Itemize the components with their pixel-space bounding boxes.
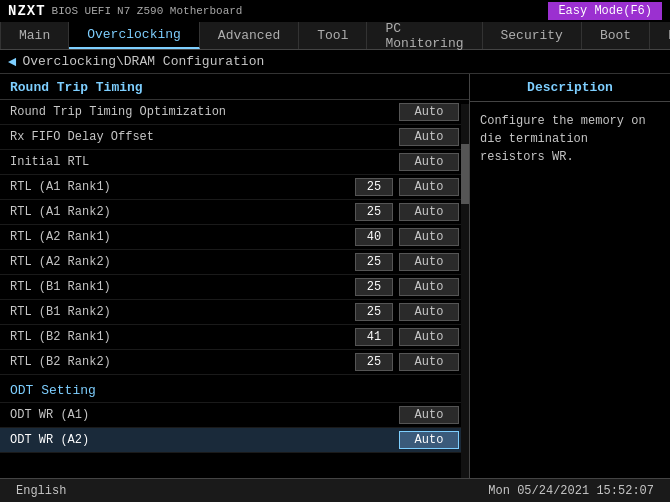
logo-area: NZXT BIOS UEFI N7 Z590 Motherboard [8,3,242,19]
setting-label: Initial RTL [10,155,399,169]
setting-row[interactable]: RTL (A1 Rank2)25Auto [0,200,469,225]
scroll-indicator [461,104,469,478]
setting-value-auto[interactable]: Auto [399,178,459,196]
setting-value-auto[interactable]: Auto [399,328,459,346]
setting-value-auto[interactable]: Auto [399,228,459,246]
setting-row[interactable]: RTL (A2 Rank1)40Auto [0,225,469,250]
scroll-thumb[interactable] [461,144,469,204]
odt-setting-row[interactable]: ODT WR (A1)Auto [0,403,469,428]
setting-row[interactable]: RTL (A1 Rank1)25Auto [0,175,469,200]
setting-label: RTL (A2 Rank2) [10,255,355,269]
setting-value-box[interactable]: 25 [355,178,393,196]
odt-setting-value[interactable]: Auto [399,431,459,449]
setting-label: RTL (B2 Rank2) [10,355,355,369]
settings-list[interactable]: Round Trip Timing OptimizationAutoRx FIF… [0,100,469,474]
setting-row[interactable]: Rx FIFO Delay OffsetAuto [0,125,469,150]
datetime-label: Mon 05/24/2021 15:52:07 [488,484,654,498]
nav-tab-tool[interactable]: Tool [299,22,367,49]
setting-label: Round Trip Timing Optimization [10,105,399,119]
setting-value-auto[interactable]: Auto [399,353,459,371]
setting-row[interactable]: RTL (B2 Rank1)41Auto [0,325,469,350]
setting-value-box[interactable]: 25 [355,278,393,296]
setting-value-box[interactable]: 25 [355,203,393,221]
setting-label: Rx FIFO Delay Offset [10,130,399,144]
setting-value-auto[interactable]: Auto [399,153,459,171]
nav-tab-exit[interactable]: Exit [650,22,670,49]
language-label: English [16,484,66,498]
odt-section-header: ODT Setting [0,375,469,403]
setting-label: RTL (B1 Rank2) [10,305,355,319]
setting-label: RTL (A1 Rank2) [10,205,355,219]
setting-label: RTL (B1 Rank1) [10,280,355,294]
description-title: Description [470,74,670,102]
breadcrumb: ◄ Overclocking\DRAM Configuration [0,50,670,74]
top-bar: NZXT BIOS UEFI N7 Z590 Motherboard Easy … [0,0,670,22]
main-content: Round Trip Timing Round Trip Timing Opti… [0,74,670,478]
easy-mode-button[interactable]: Easy Mode(F6) [548,2,662,20]
setting-value-auto[interactable]: Auto [399,253,459,271]
nzxt-logo: NZXT [8,3,46,19]
odt-setting-label: ODT WR (A1) [10,408,399,422]
left-panel: Round Trip Timing Round Trip Timing Opti… [0,74,470,478]
status-bar: English Mon 05/24/2021 15:52:07 [0,478,670,502]
odt-setting-row[interactable]: ODT WR (A2)Auto [0,428,469,453]
breadcrumb-arrow: ◄ [8,54,16,70]
setting-value-auto[interactable]: Auto [399,128,459,146]
nav-tab-overclocking[interactable]: Overclocking [69,22,200,49]
nav-tab-main[interactable]: Main [0,22,69,49]
setting-value-box[interactable]: 41 [355,328,393,346]
setting-value-auto[interactable]: Auto [399,278,459,296]
setting-row[interactable]: RTL (B1 Rank1)25Auto [0,275,469,300]
setting-row[interactable]: RTL (B1 Rank2)25Auto [0,300,469,325]
setting-row[interactable]: Initial RTLAuto [0,150,469,175]
odt-setting-label: ODT WR (A2) [10,433,399,447]
setting-value-box[interactable]: 40 [355,228,393,246]
setting-value-auto[interactable]: Auto [399,303,459,321]
nav-tabs: MainOverclockingAdvancedToolPC Monitorin… [0,22,670,50]
setting-row[interactable]: Round Trip Timing OptimizationAuto [0,100,469,125]
nav-tab-boot[interactable]: Boot [582,22,650,49]
breadcrumb-path: Overclocking\DRAM Configuration [22,54,264,69]
setting-label: RTL (B2 Rank1) [10,330,355,344]
setting-value-box[interactable]: 25 [355,253,393,271]
setting-label: RTL (A1 Rank1) [10,180,355,194]
setting-row[interactable]: RTL (B2 Rank2)25Auto [0,350,469,375]
motherboard-label: N7 Z590 Motherboard [117,5,242,17]
nav-tab-security[interactable]: Security [483,22,582,49]
setting-value-auto[interactable]: Auto [399,103,459,121]
nav-tab-advanced[interactable]: Advanced [200,22,299,49]
setting-value-box[interactable]: 25 [355,353,393,371]
bios-label: BIOS UEFI [52,5,111,17]
description-panel: Description Configure the memory on die … [470,74,670,478]
odt-setting-value[interactable]: Auto [399,406,459,424]
setting-row[interactable]: RTL (A2 Rank2)25Auto [0,250,469,275]
setting-value-box[interactable]: 25 [355,303,393,321]
section-title: Round Trip Timing [0,74,469,100]
setting-value-auto[interactable]: Auto [399,203,459,221]
setting-label: RTL (A2 Rank1) [10,230,355,244]
nav-tab-pc-monitoring[interactable]: PC Monitoring [367,22,482,49]
description-text: Configure the memory on die termination … [470,102,670,176]
